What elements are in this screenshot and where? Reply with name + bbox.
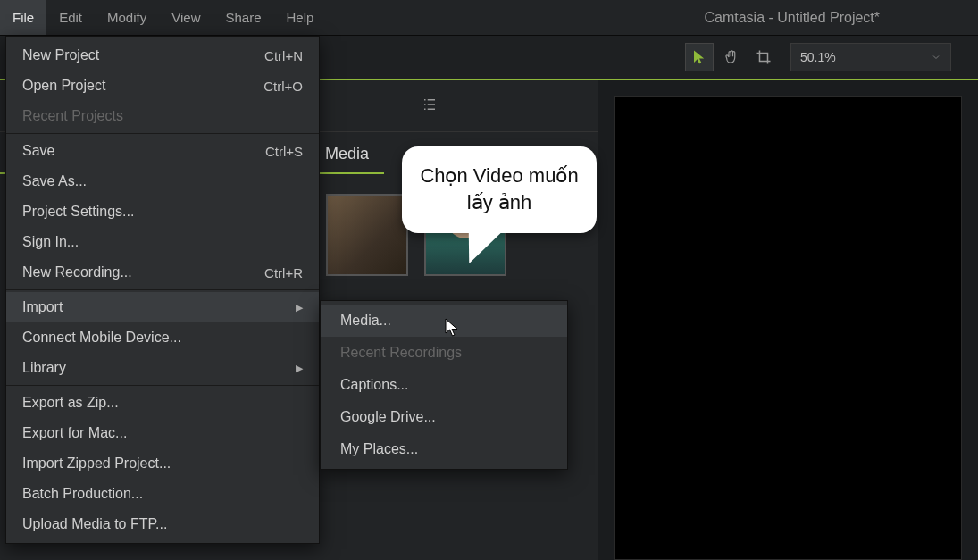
submenu-item[interactable]: My Places... [321,433,567,465]
menu-item-label: Import Zipped Project... [22,456,171,472]
callout-text: Chọn Video muốn lấy ảnh [416,163,582,215]
menu-item-label: Library [22,360,66,376]
zoom-value: 50.1% [800,50,836,64]
menu-shortcut: Ctrl+O [263,79,303,94]
file-menu-item[interactable]: Import Zipped Project... [6,448,319,479]
menu-item-label: Upload Media to FTP... [22,516,167,532]
menu-shortcut: Ctrl+R [264,265,303,280]
submenu-item[interactable]: Captions... [321,369,567,401]
chevron-right-icon: ▶ [296,363,303,374]
file-menu-item[interactable]: Export as Zip... [6,388,319,418]
zoom-dropdown[interactable]: 50.1% [790,43,951,71]
menu-item-label: New Recording... [22,264,132,280]
file-menu-item[interactable]: Upload Media to FTP... [6,509,319,539]
submenu-item[interactable]: Media... [321,305,567,337]
file-menu-item[interactable]: Library▶ [6,353,319,386]
media-thumbnail[interactable] [326,194,408,276]
crop-tool[interactable] [749,43,778,71]
file-menu-item[interactable]: New Recording...Ctrl+R [6,257,319,290]
pointer-icon [691,49,707,65]
chevron-down-icon [931,52,941,63]
file-menu-item[interactable]: Batch Production... [6,479,319,509]
pan-tool[interactable] [717,43,746,71]
menu-edit[interactable]: Edit [46,0,95,35]
menu-item-label: Import [22,299,63,315]
submenu-item: Recent Recordings [321,337,567,369]
menu-item-label: Batch Production... [22,486,143,502]
submenu-item[interactable]: Google Drive... [321,401,567,433]
menu-modify[interactable]: Modify [95,0,159,35]
file-menu-item[interactable]: Export for Mac... [6,418,319,448]
menu-item-label: Open Project [22,78,105,94]
menu-view[interactable]: View [159,0,213,35]
menu-item-label: Sign In... [22,234,79,250]
hand-icon [723,49,740,65]
crop-icon [756,49,772,65]
menu-item-label: Save [22,143,54,159]
file-menu-item: Recent Projects [6,101,319,134]
file-menu-item[interactable]: Connect Mobile Device... [6,322,319,353]
menu-item-label: Recent Projects [22,108,123,124]
menu-item-label: Export for Mac... [22,425,127,441]
menu-shortcut: Ctrl+N [264,48,303,63]
file-menu-item[interactable]: Project Settings... [6,196,319,227]
menu-item-label: New Project [22,47,99,63]
preview-canvas[interactable] [614,96,962,560]
menu-share[interactable]: Share [213,0,273,35]
file-menu-dropdown: New ProjectCtrl+NOpen ProjectCtrl+ORecen… [5,36,320,544]
annotation-callout: Chọn Video muốn lấy ảnh [402,146,597,233]
window-title: Camtasia - Untitled Project* [704,0,880,36]
file-menu-item[interactable]: Save As... [6,166,319,196]
chevron-right-icon: ▶ [296,302,303,313]
file-menu-item[interactable]: Import▶ [6,292,319,322]
menu-file[interactable]: File [0,0,46,35]
file-menu-item[interactable]: New ProjectCtrl+N [6,40,319,71]
import-submenu: Media...Recent RecordingsCaptions...Goog… [320,300,568,470]
menu-item-label: Connect Mobile Device... [22,330,181,346]
menubar: File Edit Modify View Share Help Camtasi… [0,0,978,36]
file-menu-item[interactable]: SaveCtrl+S [6,136,319,166]
file-menu-item[interactable]: Sign In... [6,227,319,257]
menu-item-label: Save As... [22,173,87,189]
menu-help[interactable]: Help [274,0,327,35]
properties-icon[interactable] [420,96,439,116]
menu-shortcut: Ctrl+S [265,144,303,159]
menu-item-label: Project Settings... [22,204,134,220]
file-menu-item[interactable]: Open ProjectCtrl+O [6,71,319,101]
pointer-tool[interactable] [685,43,714,71]
cursor-icon [445,318,461,341]
menu-item-label: Export as Zip... [22,395,119,411]
